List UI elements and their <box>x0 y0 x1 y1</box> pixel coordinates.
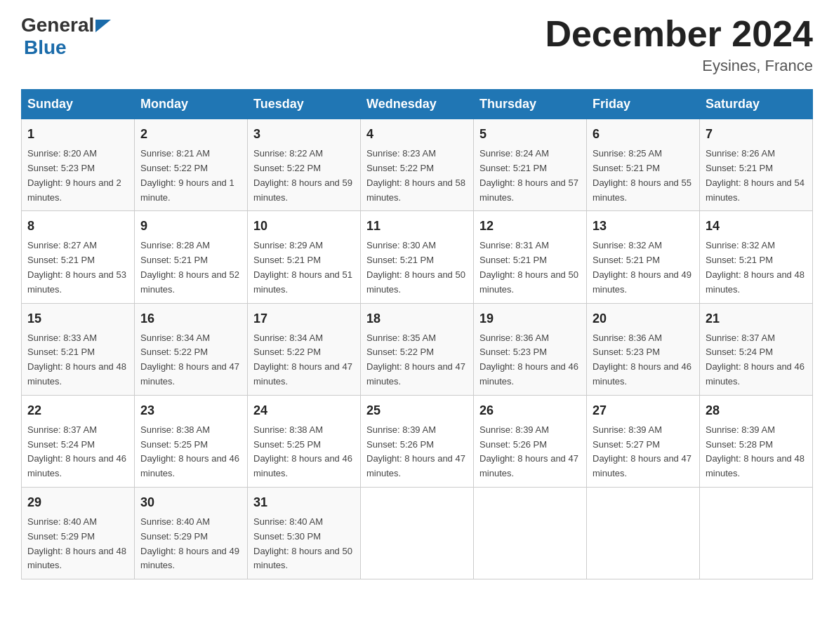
calendar-cell: 19Sunrise: 8:36 AMSunset: 5:23 PMDayligh… <box>474 303 587 395</box>
day-number: 11 <box>366 217 468 236</box>
day-number: 25 <box>366 401 468 420</box>
calendar-cell: 2Sunrise: 8:21 AMSunset: 5:22 PMDaylight… <box>135 119 248 211</box>
day-number: 7 <box>706 125 807 144</box>
day-info: Sunrise: 8:39 AMSunset: 5:26 PMDaylight:… <box>479 423 581 481</box>
weekday-header-saturday: Saturday <box>700 90 813 119</box>
day-number: 1 <box>27 125 128 144</box>
day-number: 14 <box>706 217 807 236</box>
logo-general-text: General <box>21 14 94 36</box>
day-number: 8 <box>27 217 128 236</box>
calendar-cell: 16Sunrise: 8:34 AMSunset: 5:22 PMDayligh… <box>135 303 248 395</box>
day-info: Sunrise: 8:20 AMSunset: 5:23 PMDaylight:… <box>27 147 128 205</box>
day-number: 21 <box>706 309 807 328</box>
svg-marker-0 <box>95 20 111 32</box>
title-block: December 2024 Eysines, France <box>545 14 813 75</box>
day-info: Sunrise: 8:34 AMSunset: 5:22 PMDaylight:… <box>253 331 355 389</box>
day-number: 15 <box>27 309 128 328</box>
day-info: Sunrise: 8:35 AMSunset: 5:22 PMDaylight:… <box>366 331 468 389</box>
calendar-cell: 6Sunrise: 8:25 AMSunset: 5:21 PMDaylight… <box>587 119 700 211</box>
day-info: Sunrise: 8:40 AMSunset: 5:29 PMDaylight:… <box>140 515 241 573</box>
calendar-cell: 28Sunrise: 8:39 AMSunset: 5:28 PMDayligh… <box>700 395 813 487</box>
day-number: 17 <box>253 309 355 328</box>
day-info: Sunrise: 8:40 AMSunset: 5:30 PMDaylight:… <box>253 515 355 573</box>
day-number: 19 <box>479 309 581 328</box>
day-info: Sunrise: 8:36 AMSunset: 5:23 PMDaylight:… <box>479 331 581 389</box>
calendar-cell: 3Sunrise: 8:22 AMSunset: 5:22 PMDaylight… <box>248 119 361 211</box>
calendar-cell: 25Sunrise: 8:39 AMSunset: 5:26 PMDayligh… <box>361 395 474 487</box>
calendar-cell <box>361 487 474 579</box>
calendar-cell: 12Sunrise: 8:31 AMSunset: 5:21 PMDayligh… <box>474 211 587 303</box>
logo-blue-text: Blue <box>24 36 67 58</box>
page-header: General Blue December 2024 Eysines, Fran… <box>21 14 813 75</box>
day-info: Sunrise: 8:31 AMSunset: 5:21 PMDaylight:… <box>479 239 581 297</box>
day-number: 18 <box>366 309 468 328</box>
day-info: Sunrise: 8:37 AMSunset: 5:24 PMDaylight:… <box>27 423 128 481</box>
day-number: 13 <box>593 217 694 236</box>
month-title: December 2024 <box>545 14 813 54</box>
day-number: 20 <box>593 309 694 328</box>
day-number: 6 <box>593 125 694 144</box>
day-number: 23 <box>140 401 241 420</box>
calendar-cell: 26Sunrise: 8:39 AMSunset: 5:26 PMDayligh… <box>474 395 587 487</box>
weekday-header-wednesday: Wednesday <box>361 90 474 119</box>
calendar-header: SundayMondayTuesdayWednesdayThursdayFrid… <box>22 90 813 119</box>
calendar-cell: 13Sunrise: 8:32 AMSunset: 5:21 PMDayligh… <box>587 211 700 303</box>
calendar-cell: 24Sunrise: 8:38 AMSunset: 5:25 PMDayligh… <box>248 395 361 487</box>
day-number: 26 <box>479 401 581 420</box>
day-info: Sunrise: 8:23 AMSunset: 5:22 PMDaylight:… <box>366 147 468 205</box>
calendar-week-row: 1Sunrise: 8:20 AMSunset: 5:23 PMDaylight… <box>22 119 813 211</box>
calendar-cell: 4Sunrise: 8:23 AMSunset: 5:22 PMDaylight… <box>361 119 474 211</box>
calendar-cell: 31Sunrise: 8:40 AMSunset: 5:30 PMDayligh… <box>248 487 361 579</box>
day-info: Sunrise: 8:38 AMSunset: 5:25 PMDaylight:… <box>140 423 241 481</box>
calendar-cell: 5Sunrise: 8:24 AMSunset: 5:21 PMDaylight… <box>474 119 587 211</box>
calendar-body: 1Sunrise: 8:20 AMSunset: 5:23 PMDaylight… <box>22 119 813 579</box>
calendar-week-row: 15Sunrise: 8:33 AMSunset: 5:21 PMDayligh… <box>22 303 813 395</box>
day-info: Sunrise: 8:39 AMSunset: 5:28 PMDaylight:… <box>706 423 807 481</box>
weekday-header-thursday: Thursday <box>474 90 587 119</box>
day-info: Sunrise: 8:28 AMSunset: 5:21 PMDaylight:… <box>140 239 241 297</box>
day-info: Sunrise: 8:36 AMSunset: 5:23 PMDaylight:… <box>593 331 694 389</box>
calendar-cell: 27Sunrise: 8:39 AMSunset: 5:27 PMDayligh… <box>587 395 700 487</box>
weekday-header-monday: Monday <box>135 90 248 119</box>
day-number: 28 <box>706 401 807 420</box>
day-number: 10 <box>253 217 355 236</box>
calendar-cell: 8Sunrise: 8:27 AMSunset: 5:21 PMDaylight… <box>22 211 135 303</box>
calendar-cell <box>474 487 587 579</box>
calendar-cell: 10Sunrise: 8:29 AMSunset: 5:21 PMDayligh… <box>248 211 361 303</box>
calendar-table: SundayMondayTuesdayWednesdayThursdayFrid… <box>21 89 813 579</box>
day-info: Sunrise: 8:26 AMSunset: 5:21 PMDaylight:… <box>706 147 807 205</box>
weekday-header-row: SundayMondayTuesdayWednesdayThursdayFrid… <box>22 90 813 119</box>
day-info: Sunrise: 8:25 AMSunset: 5:21 PMDaylight:… <box>593 147 694 205</box>
day-number: 4 <box>366 125 468 144</box>
calendar-week-row: 22Sunrise: 8:37 AMSunset: 5:24 PMDayligh… <box>22 395 813 487</box>
calendar-cell: 15Sunrise: 8:33 AMSunset: 5:21 PMDayligh… <box>22 303 135 395</box>
day-info: Sunrise: 8:39 AMSunset: 5:27 PMDaylight:… <box>593 423 694 481</box>
day-info: Sunrise: 8:32 AMSunset: 5:21 PMDaylight:… <box>706 239 807 297</box>
day-info: Sunrise: 8:39 AMSunset: 5:26 PMDaylight:… <box>366 423 468 481</box>
day-info: Sunrise: 8:37 AMSunset: 5:24 PMDaylight:… <box>706 331 807 389</box>
day-info: Sunrise: 8:22 AMSunset: 5:22 PMDaylight:… <box>253 147 355 205</box>
day-number: 24 <box>253 401 355 420</box>
logo-arrow-icon <box>95 20 111 32</box>
calendar-cell: 22Sunrise: 8:37 AMSunset: 5:24 PMDayligh… <box>22 395 135 487</box>
day-info: Sunrise: 8:29 AMSunset: 5:21 PMDaylight:… <box>253 239 355 297</box>
calendar-week-row: 29Sunrise: 8:40 AMSunset: 5:29 PMDayligh… <box>22 487 813 579</box>
location-text: Eysines, France <box>545 57 813 75</box>
calendar-cell: 18Sunrise: 8:35 AMSunset: 5:22 PMDayligh… <box>361 303 474 395</box>
logo: General Blue <box>21 14 111 59</box>
weekday-header-tuesday: Tuesday <box>248 90 361 119</box>
day-info: Sunrise: 8:21 AMSunset: 5:22 PMDaylight:… <box>140 147 241 205</box>
calendar-cell <box>587 487 700 579</box>
day-number: 22 <box>27 401 128 420</box>
calendar-week-row: 8Sunrise: 8:27 AMSunset: 5:21 PMDaylight… <box>22 211 813 303</box>
day-number: 30 <box>140 493 241 512</box>
day-info: Sunrise: 8:24 AMSunset: 5:21 PMDaylight:… <box>479 147 581 205</box>
calendar-cell: 14Sunrise: 8:32 AMSunset: 5:21 PMDayligh… <box>700 211 813 303</box>
day-info: Sunrise: 8:40 AMSunset: 5:29 PMDaylight:… <box>27 515 128 573</box>
day-info: Sunrise: 8:30 AMSunset: 5:21 PMDaylight:… <box>366 239 468 297</box>
calendar-cell: 9Sunrise: 8:28 AMSunset: 5:21 PMDaylight… <box>135 211 248 303</box>
day-number: 3 <box>253 125 355 144</box>
calendar-cell: 21Sunrise: 8:37 AMSunset: 5:24 PMDayligh… <box>700 303 813 395</box>
calendar-cell: 7Sunrise: 8:26 AMSunset: 5:21 PMDaylight… <box>700 119 813 211</box>
day-info: Sunrise: 8:32 AMSunset: 5:21 PMDaylight:… <box>593 239 694 297</box>
